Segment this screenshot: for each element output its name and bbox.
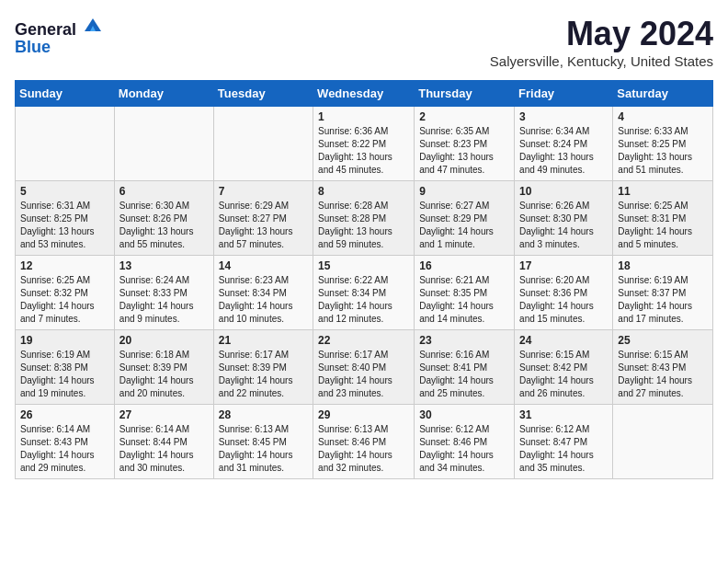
calendar-cell: 5Sunrise: 6:31 AM Sunset: 8:25 PM Daylig… [16, 181, 115, 256]
day-number: 7 [219, 185, 308, 198]
header-day-monday: Monday [114, 81, 213, 107]
day-number: 11 [618, 185, 708, 198]
calendar-cell [613, 405, 713, 479]
day-number: 19 [20, 334, 109, 347]
cell-info: Sunrise: 6:13 AM Sunset: 8:45 PM Dayligh… [219, 423, 308, 475]
calendar-subtitle: Salyersville, Kentucky, United States [490, 53, 713, 69]
calendar-cell: 15Sunrise: 6:22 AM Sunset: 8:34 PM Dayli… [313, 256, 415, 330]
logo-general: General [15, 20, 76, 39]
day-number: 14 [219, 259, 308, 272]
calendar-cell [114, 107, 213, 181]
cell-info: Sunrise: 6:20 AM Sunset: 8:36 PM Dayligh… [519, 274, 608, 326]
logo-icon [83, 15, 103, 35]
day-number: 31 [519, 408, 608, 421]
cell-info: Sunrise: 6:17 AM Sunset: 8:40 PM Dayligh… [318, 349, 409, 400]
calendar-cell: 6Sunrise: 6:30 AM Sunset: 8:26 PM Daylig… [114, 181, 213, 256]
cell-info: Sunrise: 6:25 AM Sunset: 8:32 PM Dayligh… [20, 274, 109, 326]
day-number: 23 [419, 334, 509, 347]
cell-info: Sunrise: 6:19 AM Sunset: 8:37 PM Dayligh… [618, 274, 708, 326]
calendar-cell: 8Sunrise: 6:28 AM Sunset: 8:28 PM Daylig… [313, 181, 415, 256]
cell-info: Sunrise: 6:34 AM Sunset: 8:24 PM Dayligh… [519, 125, 608, 177]
calendar-title: May 2024 [490, 15, 713, 53]
cell-info: Sunrise: 6:33 AM Sunset: 8:25 PM Dayligh… [618, 125, 708, 177]
day-number: 21 [219, 334, 308, 347]
calendar-cell: 1Sunrise: 6:36 AM Sunset: 8:22 PM Daylig… [313, 107, 415, 181]
day-number: 5 [20, 185, 109, 198]
day-number: 3 [519, 110, 608, 123]
calendar-header-row: SundayMondayTuesdayWednesdayThursdayFrid… [16, 81, 713, 107]
day-number: 25 [618, 334, 708, 347]
header-day-friday: Friday [515, 81, 613, 107]
calendar-cell: 19Sunrise: 6:19 AM Sunset: 8:38 PM Dayli… [16, 330, 115, 405]
cell-info: Sunrise: 6:36 AM Sunset: 8:22 PM Dayligh… [318, 125, 409, 177]
cell-info: Sunrise: 6:15 AM Sunset: 8:42 PM Dayligh… [519, 349, 608, 400]
calendar-cell: 14Sunrise: 6:23 AM Sunset: 8:34 PM Dayli… [213, 256, 313, 330]
calendar-cell: 18Sunrise: 6:19 AM Sunset: 8:37 PM Dayli… [613, 256, 713, 330]
cell-info: Sunrise: 6:19 AM Sunset: 8:38 PM Dayligh… [20, 349, 109, 400]
calendar-cell: 9Sunrise: 6:27 AM Sunset: 8:29 PM Daylig… [415, 181, 515, 256]
header-day-tuesday: Tuesday [213, 81, 313, 107]
calendar-cell: 16Sunrise: 6:21 AM Sunset: 8:35 PM Dayli… [415, 256, 515, 330]
calendar-cell: 31Sunrise: 6:12 AM Sunset: 8:47 PM Dayli… [515, 405, 613, 479]
week-row-2: 5Sunrise: 6:31 AM Sunset: 8:25 PM Daylig… [16, 181, 713, 256]
week-row-3: 12Sunrise: 6:25 AM Sunset: 8:32 PM Dayli… [16, 256, 713, 330]
day-number: 27 [119, 408, 209, 421]
title-area: May 2024 Salyersville, Kentucky, United … [490, 15, 713, 69]
day-number: 16 [419, 259, 509, 272]
calendar-cell: 30Sunrise: 6:12 AM Sunset: 8:46 PM Dayli… [415, 405, 515, 479]
calendar-cell: 25Sunrise: 6:15 AM Sunset: 8:43 PM Dayli… [613, 330, 713, 405]
day-number: 10 [519, 185, 608, 198]
day-number: 29 [318, 408, 409, 421]
day-number: 20 [119, 334, 209, 347]
calendar-cell: 11Sunrise: 6:25 AM Sunset: 8:31 PM Dayli… [613, 181, 713, 256]
cell-info: Sunrise: 6:14 AM Sunset: 8:43 PM Dayligh… [20, 423, 109, 475]
logo-blue: Blue [15, 38, 51, 56]
day-number: 15 [318, 259, 409, 272]
day-number: 18 [618, 259, 708, 272]
calendar-cell: 23Sunrise: 6:16 AM Sunset: 8:41 PM Dayli… [415, 330, 515, 405]
cell-info: Sunrise: 6:18 AM Sunset: 8:39 PM Dayligh… [119, 349, 209, 400]
day-number: 28 [219, 408, 308, 421]
day-number: 30 [419, 408, 509, 421]
calendar-cell: 29Sunrise: 6:13 AM Sunset: 8:46 PM Dayli… [313, 405, 415, 479]
calendar-cell: 12Sunrise: 6:25 AM Sunset: 8:32 PM Dayli… [16, 256, 115, 330]
cell-info: Sunrise: 6:15 AM Sunset: 8:43 PM Dayligh… [618, 349, 708, 400]
day-number: 13 [119, 259, 209, 272]
day-number: 24 [519, 334, 608, 347]
calendar-cell: 27Sunrise: 6:14 AM Sunset: 8:44 PM Dayli… [114, 405, 213, 479]
calendar-cell: 13Sunrise: 6:24 AM Sunset: 8:33 PM Dayli… [114, 256, 213, 330]
cell-info: Sunrise: 6:30 AM Sunset: 8:26 PM Dayligh… [119, 200, 209, 251]
day-number: 26 [20, 408, 109, 421]
cell-info: Sunrise: 6:21 AM Sunset: 8:35 PM Dayligh… [419, 274, 509, 326]
day-number: 1 [318, 110, 409, 123]
header-day-saturday: Saturday [613, 81, 713, 107]
header: General Blue May 2024 Salyersville, Kent… [15, 15, 713, 69]
calendar-cell: 28Sunrise: 6:13 AM Sunset: 8:45 PM Dayli… [213, 405, 313, 479]
week-row-4: 19Sunrise: 6:19 AM Sunset: 8:38 PM Dayli… [16, 330, 713, 405]
header-day-sunday: Sunday [16, 81, 115, 107]
calendar-cell: 20Sunrise: 6:18 AM Sunset: 8:39 PM Dayli… [114, 330, 213, 405]
cell-info: Sunrise: 6:12 AM Sunset: 8:46 PM Dayligh… [419, 423, 509, 475]
week-row-5: 26Sunrise: 6:14 AM Sunset: 8:43 PM Dayli… [16, 405, 713, 479]
cell-info: Sunrise: 6:23 AM Sunset: 8:34 PM Dayligh… [219, 274, 308, 326]
day-number: 17 [519, 259, 608, 272]
day-number: 22 [318, 334, 409, 347]
calendar-cell: 2Sunrise: 6:35 AM Sunset: 8:23 PM Daylig… [415, 107, 515, 181]
cell-info: Sunrise: 6:28 AM Sunset: 8:28 PM Dayligh… [318, 200, 409, 251]
calendar-cell: 24Sunrise: 6:15 AM Sunset: 8:42 PM Dayli… [515, 330, 613, 405]
calendar-cell: 22Sunrise: 6:17 AM Sunset: 8:40 PM Dayli… [313, 330, 415, 405]
header-day-wednesday: Wednesday [313, 81, 415, 107]
cell-info: Sunrise: 6:25 AM Sunset: 8:31 PM Dayligh… [618, 200, 708, 251]
cell-info: Sunrise: 6:17 AM Sunset: 8:39 PM Dayligh… [219, 349, 308, 400]
calendar-cell: 7Sunrise: 6:29 AM Sunset: 8:27 PM Daylig… [213, 181, 313, 256]
cell-info: Sunrise: 6:16 AM Sunset: 8:41 PM Dayligh… [419, 349, 509, 400]
header-day-thursday: Thursday [415, 81, 515, 107]
day-number: 9 [419, 185, 509, 198]
calendar-cell: 17Sunrise: 6:20 AM Sunset: 8:36 PM Dayli… [515, 256, 613, 330]
cell-info: Sunrise: 6:22 AM Sunset: 8:34 PM Dayligh… [318, 274, 409, 326]
day-number: 12 [20, 259, 109, 272]
calendar-cell: 3Sunrise: 6:34 AM Sunset: 8:24 PM Daylig… [515, 107, 613, 181]
cell-info: Sunrise: 6:14 AM Sunset: 8:44 PM Dayligh… [119, 423, 209, 475]
cell-info: Sunrise: 6:12 AM Sunset: 8:47 PM Dayligh… [519, 423, 608, 475]
day-number: 8 [318, 185, 409, 198]
